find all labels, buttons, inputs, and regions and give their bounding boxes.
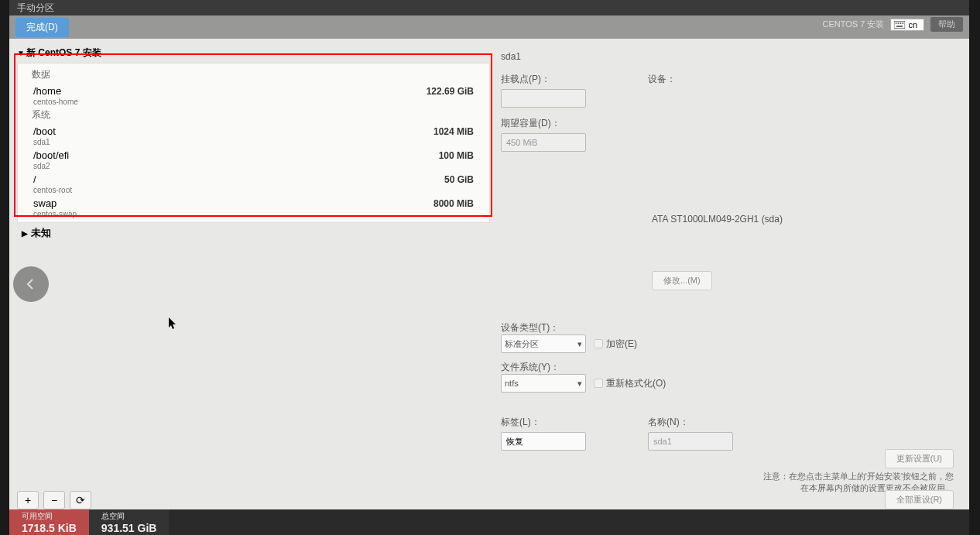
- partition-row-bootefi[interactable]: /boot/efi sda2 100 MiB: [18, 147, 489, 171]
- name-input[interactable]: [648, 432, 733, 451]
- device-type-select[interactable]: 标准分区 ▾: [501, 334, 586, 353]
- header-bar: 完成(D) CENTOS 7 安装 cn 帮助: [9, 15, 969, 39]
- partition-name: /home: [33, 85, 61, 97]
- mouse-cursor-icon: [169, 317, 178, 333]
- selected-device-name: sda1: [501, 51, 954, 62]
- back-overlay-button[interactable]: [13, 266, 49, 302]
- done-button[interactable]: 完成(D): [15, 18, 69, 37]
- filesystem-value: ntfs: [505, 379, 519, 388]
- svg-rect-3: [900, 22, 902, 24]
- label-label: 标签(L)：: [501, 416, 586, 429]
- partition-size: 1024 MiB: [433, 126, 474, 137]
- device-section-label: 设备：: [648, 73, 676, 86]
- chevron-right-icon: ▶: [22, 229, 31, 238]
- install-header-label: 新 CentOS 7 安装: [26, 47, 101, 58]
- add-partition-button[interactable]: +: [17, 491, 39, 509]
- svg-rect-0: [894, 21, 905, 28]
- reformat-input[interactable]: [594, 379, 603, 388]
- partition-name: /boot: [33, 125, 56, 137]
- partition-device: sda2: [33, 162, 69, 170]
- name-label: 名称(N)：: [648, 416, 733, 429]
- footer-bar: 可用空间 1718.5 KiB 总空间 931.51 GiB: [9, 509, 969, 535]
- svg-rect-2: [898, 22, 899, 24]
- lang-label: cn: [908, 20, 917, 29]
- partition-row-home[interactable]: /home centos-home 122.69 GiB: [18, 83, 489, 107]
- available-space-value: 1718.5 KiB: [22, 522, 77, 534]
- total-space-value: 931.51 GiB: [101, 522, 157, 534]
- total-space-block: 总空间 931.51 GiB: [89, 509, 170, 535]
- all-reset-button[interactable]: 全部重设(R): [885, 490, 954, 509]
- remove-partition-button[interactable]: −: [43, 491, 65, 509]
- window-title: 手动分区: [9, 0, 969, 15]
- filesystem-label: 文件系统(Y)：: [501, 362, 560, 372]
- label-input[interactable]: [501, 432, 586, 451]
- filesystem-select[interactable]: ntfs ▾: [501, 374, 586, 393]
- partition-size: 100 MiB: [439, 150, 474, 161]
- capacity-label: 期望容量(D)：: [501, 117, 586, 130]
- system-section-label: 系统: [18, 107, 489, 123]
- partition-device: centos-swap: [33, 210, 77, 218]
- svg-rect-4: [903, 22, 904, 24]
- partition-device: centos-root: [33, 186, 72, 194]
- unknown-header-toggle[interactable]: ▶未知: [17, 223, 493, 243]
- keyboard-indicator[interactable]: cn: [890, 19, 924, 31]
- unknown-label: 未知: [31, 227, 51, 238]
- partition-row-swap[interactable]: swap centos-swap 8000 MiB: [18, 195, 489, 219]
- chevron-down-icon: ▾: [577, 339, 582, 349]
- reformat-label: 重新格式化(O): [606, 377, 666, 390]
- data-section-label: 数据: [18, 67, 489, 83]
- keyboard-icon: [894, 21, 905, 29]
- svg-rect-5: [896, 26, 903, 27]
- capacity-input[interactable]: [501, 133, 586, 152]
- partition-size: 50 GiB: [444, 174, 474, 185]
- partition-row-root[interactable]: / centos-root 50 GiB: [18, 171, 489, 195]
- help-button[interactable]: 帮助: [930, 17, 963, 32]
- note-line-1: 注意：在您点击主菜单上的'开始安装'按钮之前，您: [763, 471, 954, 482]
- device-type-value: 标准分区: [505, 338, 539, 350]
- encrypt-label: 加密(E): [606, 338, 637, 351]
- mountpoint-input[interactable]: [501, 89, 586, 108]
- encrypt-checkbox[interactable]: 加密(E): [594, 338, 637, 351]
- chevron-down-icon: ▼: [17, 49, 26, 57]
- chevron-left-icon: [25, 278, 37, 290]
- reformat-checkbox[interactable]: 重新格式化(O): [594, 377, 666, 390]
- encrypt-input[interactable]: [594, 339, 603, 348]
- installer-title: CENTOS 7 安装: [823, 19, 885, 30]
- chevron-down-icon: ▾: [577, 379, 582, 389]
- partition-size: 122.69 GiB: [427, 86, 474, 97]
- total-space-label: 总空间: [101, 511, 157, 522]
- modify-button[interactable]: 修改...(M): [652, 271, 712, 290]
- partition-device: sda1: [33, 138, 56, 146]
- refresh-button[interactable]: ⟳: [70, 491, 91, 509]
- disk-info: ATA ST1000LM049-2GH1 (sda): [652, 214, 954, 225]
- install-header-toggle[interactable]: ▼新 CentOS 7 安装: [17, 45, 493, 61]
- update-settings-button[interactable]: 更新设置(U): [885, 449, 954, 468]
- svg-rect-1: [896, 22, 897, 24]
- available-space-block: 可用空间 1718.5 KiB: [9, 509, 89, 535]
- device-type-label: 设备类型(T)：: [501, 322, 559, 333]
- partition-size: 8000 MiB: [433, 198, 474, 209]
- mountpoint-label: 挂载点(P)：: [501, 73, 586, 86]
- partition-name: /boot/efi: [33, 149, 69, 161]
- partition-row-boot[interactable]: /boot sda1 1024 MiB: [18, 123, 489, 147]
- partition-name: /: [33, 173, 36, 185]
- available-space-label: 可用空间: [22, 511, 77, 522]
- partition-list: 数据 /home centos-home 122.69 GiB 系统 /boot…: [17, 63, 490, 223]
- partition-name: swap: [33, 197, 57, 209]
- partition-device: centos-home: [33, 98, 78, 106]
